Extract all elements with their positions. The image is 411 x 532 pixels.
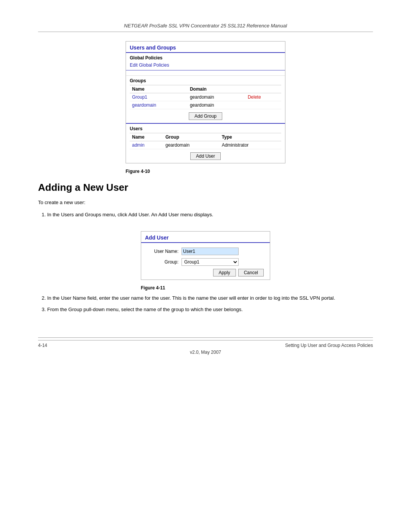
add-user-panel-title: Add User bbox=[145, 235, 169, 241]
users-col-group: Group bbox=[163, 133, 220, 141]
doc-header: NETGEAR ProSafe SSL VPN Concentrator 25 … bbox=[38, 23, 373, 29]
geardomain-link[interactable]: geardomain bbox=[132, 102, 156, 108]
footer-section-title: Setting Up User and Group Access Policie… bbox=[285, 343, 373, 348]
group-select[interactable]: Group1 geardomain bbox=[182, 258, 239, 266]
step-3-text: From the Group pull-down menu, select th… bbox=[47, 307, 243, 312]
edit-global-policies-row: Edit Global Policies bbox=[126, 61, 285, 70]
geardomain-action bbox=[245, 101, 281, 109]
footer-page-number: 4-14 bbox=[38, 343, 47, 348]
users-and-groups-title[interactable]: Users and Groups bbox=[130, 45, 176, 51]
steps-list-2: In the User Name field, enter the user n… bbox=[47, 294, 373, 317]
users-table: Name Group Type admin geardomain Adminis… bbox=[130, 133, 281, 149]
step-3: From the Group pull-down menu, select th… bbox=[47, 306, 373, 313]
panel-header: Users and Groups bbox=[126, 42, 285, 53]
groups-col-name: Name bbox=[130, 85, 188, 93]
add-user-panel-body: User Name: Group: Group1 geardomain Appl… bbox=[141, 243, 270, 280]
step-2-text: In the User Name field, enter the user n… bbox=[47, 295, 335, 301]
group-label: Group: bbox=[147, 259, 182, 265]
add-user-row: Add User bbox=[126, 149, 285, 163]
step-1: In the Users and Groups menu, click Add … bbox=[47, 211, 373, 219]
top-divider bbox=[38, 32, 373, 32]
table-row: Group1 geardomain Delete bbox=[130, 93, 281, 101]
admin-group: geardomain bbox=[163, 141, 220, 149]
group-select-wrapper: Group1 geardomain bbox=[182, 258, 242, 266]
group-row: Group: Group1 geardomain bbox=[147, 258, 264, 266]
apply-button[interactable]: Apply bbox=[213, 269, 236, 276]
geardomain-domain: geardomain bbox=[188, 101, 245, 109]
add-user-panel-header: Add User bbox=[141, 232, 270, 243]
groups-section: Groups Name Domain Group1 geardomain Del… bbox=[126, 76, 285, 109]
step-1-text: In the Users and Groups menu, click Add … bbox=[47, 212, 213, 217]
username-row: User Name: bbox=[147, 248, 264, 255]
groups-table: Name Domain Group1 geardomain Delete gea… bbox=[130, 85, 281, 109]
figure-11-panel: Add User User Name: Group: Group1 geardo… bbox=[141, 231, 270, 280]
table-row: geardomain geardomain bbox=[130, 101, 281, 109]
users-col-name: Name bbox=[130, 133, 163, 141]
admin-user-link[interactable]: admin bbox=[132, 142, 145, 148]
figure-10-caption: Figure 4-10 bbox=[126, 169, 285, 174]
figure-10-panel: Users and Groups Global Policies Edit Gl… bbox=[126, 41, 285, 163]
groups-col-domain: Domain bbox=[188, 85, 245, 93]
admin-type: Administrator bbox=[220, 141, 281, 149]
add-group-row: Add Group bbox=[126, 109, 285, 124]
delete-group1-link[interactable]: Delete bbox=[248, 94, 261, 100]
groups-label: Groups bbox=[130, 78, 281, 83]
table-row: admin geardomain Administrator bbox=[130, 141, 281, 149]
users-col-type: Type bbox=[220, 133, 281, 141]
add-user-button[interactable]: Add User bbox=[190, 152, 221, 160]
users-section: Users Name Group Type admin geardomain A… bbox=[126, 124, 285, 149]
global-policies-label: Global Policies bbox=[126, 53, 285, 61]
edit-global-policies-link[interactable]: Edit Global Policies bbox=[130, 62, 169, 68]
footer-version: v2.0, May 2007 bbox=[38, 350, 373, 355]
add-group-button[interactable]: Add Group bbox=[189, 112, 222, 120]
username-input[interactable] bbox=[182, 248, 239, 255]
steps-list: In the Users and Groups menu, click Add … bbox=[47, 211, 373, 222]
cancel-button[interactable]: Cancel bbox=[238, 269, 264, 276]
groups-col-action bbox=[245, 85, 281, 93]
footer-wrapper: 4-14 Setting Up User and Group Access Po… bbox=[38, 337, 373, 355]
page-footer: 4-14 Setting Up User and Group Access Po… bbox=[38, 340, 373, 348]
intro-text: To create a new user: bbox=[38, 199, 373, 206]
users-label: Users bbox=[130, 126, 281, 131]
step-2: In the User Name field, enter the user n… bbox=[47, 294, 373, 302]
group1-domain: geardomain bbox=[188, 93, 245, 101]
figure-11-caption: Figure 4-11 bbox=[141, 285, 270, 291]
spacer-row bbox=[126, 70, 285, 76]
username-label: User Name: bbox=[147, 249, 182, 254]
form-buttons: Apply Cancel bbox=[147, 269, 264, 276]
footer-divider bbox=[38, 337, 373, 338]
section-heading: Adding a New User bbox=[38, 182, 373, 193]
group1-link[interactable]: Group1 bbox=[132, 94, 147, 100]
